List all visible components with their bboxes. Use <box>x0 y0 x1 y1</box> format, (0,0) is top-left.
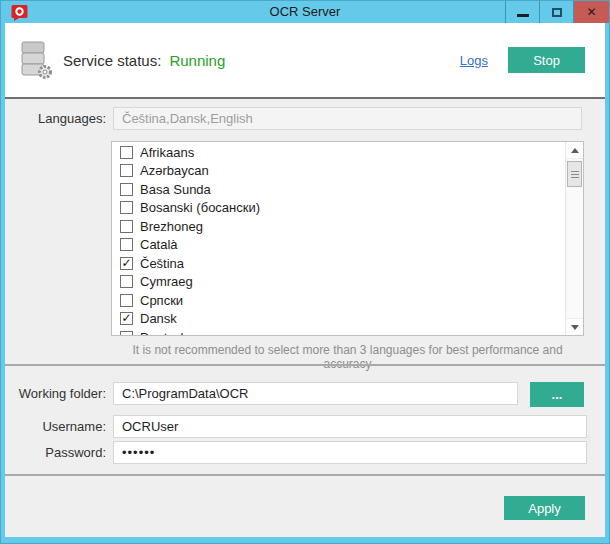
stop-button[interactable]: Stop <box>508 47 585 73</box>
title-bar: OCR Server ✕ <box>1 1 609 23</box>
checkbox-unchecked-icon[interactable] <box>120 183 133 196</box>
window-body: Service status: Running Logs Stop Langua… <box>5 23 605 537</box>
languages-label: Languages: <box>5 107 106 130</box>
languages-selected-field: Čeština,Dansk,English <box>113 107 582 130</box>
close-button[interactable]: ✕ <box>573 1 609 23</box>
language-name: Basa Sunda <box>140 182 211 197</box>
working-folder-input[interactable] <box>113 382 518 405</box>
language-name: Català <box>140 237 178 252</box>
checkbox-unchecked-icon[interactable] <box>120 146 133 159</box>
username-label: Username: <box>5 415 106 440</box>
languages-panel: Languages: Čeština,Dansk,English Afrikaa… <box>5 99 605 364</box>
language-list-scrollbar[interactable] <box>565 142 583 335</box>
scrollbar-thumb[interactable] <box>567 161 582 187</box>
language-list-item[interactable]: Deutsch <box>112 328 565 336</box>
language-name: Cymraeg <box>140 274 193 289</box>
maximize-icon <box>552 8 562 17</box>
checkbox-unchecked-icon[interactable] <box>120 275 133 288</box>
checkbox-unchecked-icon[interactable] <box>120 201 133 214</box>
settings-section: Working folder: ... Username: Password: <box>5 366 605 474</box>
ocr-server-window: OCR Server ✕ Service status: Running Log… <box>0 0 610 544</box>
language-name: Azərbaycan <box>140 163 209 178</box>
scroll-up-button[interactable] <box>566 142 583 159</box>
language-list[interactable]: AfrikaansAzərbaycanBasa SundaBosanski (б… <box>111 141 584 336</box>
checkbox-unchecked-icon[interactable] <box>120 294 133 307</box>
checkbox-checked-icon[interactable]: ✓ <box>120 257 133 270</box>
language-list-item[interactable]: Català <box>112 236 565 255</box>
language-list-item[interactable]: ✓Čeština <box>112 254 565 273</box>
scroll-down-button[interactable] <box>566 318 583 335</box>
service-status-value: Running <box>169 52 225 69</box>
checkbox-unchecked-icon[interactable] <box>120 220 133 233</box>
browse-button[interactable]: ... <box>530 382 584 407</box>
checkbox-checked-icon[interactable]: ✓ <box>120 312 133 325</box>
close-icon: ✕ <box>586 5 596 19</box>
footer-bar: Apply <box>5 476 605 537</box>
service-status-header: Service status: Running Logs Stop <box>5 23 605 97</box>
scroll-down-icon <box>571 325 579 330</box>
service-database-icon <box>19 40 53 80</box>
language-name: Српски <box>140 293 183 308</box>
working-folder-label: Working folder: <box>5 382 106 407</box>
maximize-button[interactable] <box>539 1 573 23</box>
language-name: Dansk <box>140 311 177 326</box>
language-list-item[interactable]: Azərbaycan <box>112 162 565 181</box>
language-list-item[interactable]: Bosanski (босански) <box>112 199 565 218</box>
logs-link[interactable]: Logs <box>460 53 488 68</box>
minimize-icon <box>517 14 529 17</box>
language-name: Čeština <box>140 256 184 271</box>
language-list-item[interactable]: Српски <box>112 291 565 310</box>
checkbox-unchecked-icon[interactable] <box>120 331 133 336</box>
service-status-label: Service status: <box>63 52 161 69</box>
language-name: Bosanski (босански) <box>140 200 260 215</box>
language-list-item[interactable]: Afrikaans <box>112 143 565 162</box>
language-list-item[interactable]: ✓Dansk <box>112 310 565 329</box>
username-input[interactable] <box>113 415 587 438</box>
password-input[interactable] <box>113 441 587 464</box>
checkbox-unchecked-icon[interactable] <box>120 164 133 177</box>
language-list-item[interactable]: Cymraeg <box>112 273 565 292</box>
minimize-button[interactable] <box>505 1 539 23</box>
apply-button[interactable]: Apply <box>504 496 585 520</box>
checkbox-unchecked-icon[interactable] <box>120 238 133 251</box>
scroll-up-icon <box>571 148 579 153</box>
language-list-item[interactable]: Brezhoneg <box>112 217 565 236</box>
language-list-item[interactable]: Basa Sunda <box>112 180 565 199</box>
language-list-items: AfrikaansAzərbaycanBasa SundaBosanski (б… <box>112 143 565 336</box>
password-label: Password: <box>5 441 106 466</box>
language-name: Brezhoneg <box>140 219 203 234</box>
language-name: Deutsch <box>140 330 188 336</box>
language-name: Afrikaans <box>140 145 194 160</box>
window-controls: ✕ <box>505 1 609 23</box>
